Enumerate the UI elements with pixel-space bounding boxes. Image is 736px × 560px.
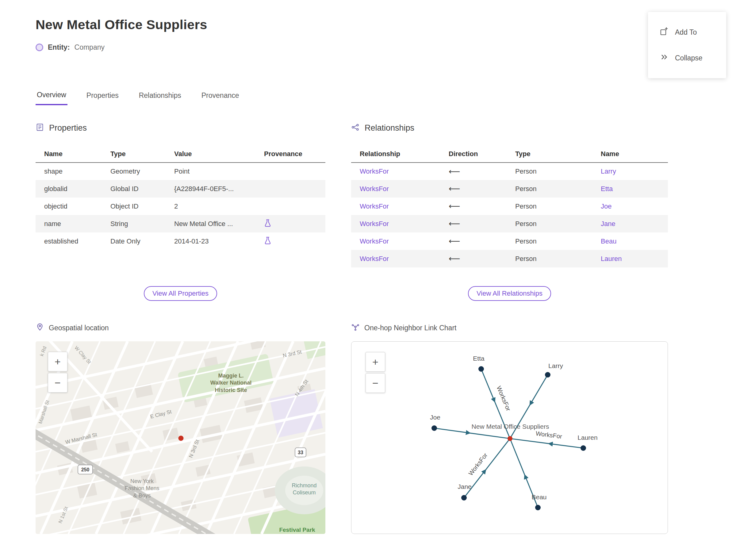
link-chart-node[interactable]: [545, 372, 550, 378]
link-chart-node[interactable]: [535, 505, 541, 510]
entity-type-cell: Person: [513, 232, 598, 250]
link-chart-panel[interactable]: WorksForWorksForWorksForEttaLarryJoeLaur…: [351, 341, 668, 534]
link-chart-section-label: One-hop Neighbor Link Chart: [351, 323, 668, 333]
relationship-row: WorksFor⟵PersonEtta: [351, 180, 668, 198]
relationships-column: Relationships RelationshipDirectionTypeN…: [351, 122, 668, 534]
tab-bar: OverviewPropertiesRelationshipsProvenanc…: [36, 91, 736, 105]
map-route-shield: 250: [78, 465, 93, 474]
column-header: Value: [172, 146, 262, 163]
link-chart-node-label: Jane: [458, 483, 472, 490]
tab-overview[interactable]: Overview: [36, 91, 67, 105]
direction-arrow: ⟵: [449, 254, 460, 263]
link-chart-edge-label: WorksFor: [495, 385, 512, 412]
provenance-cell: [262, 163, 325, 180]
tab-properties[interactable]: Properties: [85, 91, 120, 105]
add-to-label: Add To: [675, 28, 697, 36]
tab-relationships[interactable]: Relationships: [138, 91, 182, 105]
relationship-row: WorksFor⟵PersonLauren: [351, 250, 668, 267]
link-chart-center-label: New Metal Office Suppliers: [472, 423, 549, 430]
entity-subtitle: Entity: Company: [36, 43, 736, 52]
map-zoom-controls: + −: [48, 352, 67, 393]
link-chart-node-label: Joe: [430, 414, 440, 421]
properties-table-header: NameTypeValueProvenance: [36, 146, 325, 163]
column-header: Direction: [446, 146, 513, 163]
person-name-link[interactable]: Etta: [601, 185, 613, 193]
column-header: Name: [36, 146, 108, 163]
collapse-button[interactable]: Collapse: [660, 52, 726, 63]
person-name-link[interactable]: Jane: [601, 220, 615, 228]
tab-provenance[interactable]: Provenance: [200, 91, 240, 105]
column-header: Type: [513, 146, 598, 163]
relationship-type-link[interactable]: WorksFor: [360, 185, 389, 193]
relationship-type-link[interactable]: WorksFor: [360, 255, 389, 263]
property-value-cell: Point: [172, 163, 262, 180]
link-chart-node[interactable]: [581, 445, 586, 451]
svg-text:250: 250: [81, 467, 90, 472]
provenance-filter-icon[interactable]: [264, 236, 271, 244]
link-chart-node[interactable]: [431, 425, 437, 431]
entity-type-value: Company: [75, 43, 105, 52]
link-chart-center-node[interactable]: [508, 436, 512, 441]
map-route-shield: 33: [295, 448, 306, 457]
entity-details-page: New Metal Office Suppliers Entity: Compa…: [0, 0, 736, 534]
person-name-link[interactable]: Joe: [601, 202, 611, 210]
property-type-cell: Global ID: [108, 180, 172, 198]
relationships-section-title: Relationships: [365, 123, 414, 133]
geospatial-title: Geospatial location: [49, 324, 109, 332]
collapse-label: Collapse: [675, 54, 703, 62]
map-zoom-in-button[interactable]: +: [48, 352, 67, 371]
map-marker-layer: [178, 436, 184, 441]
entity-type-cell: Person: [513, 198, 598, 215]
link-chart-svg[interactable]: WorksForWorksForWorksForEttaLarryJoeLaur…: [351, 342, 668, 534]
map-location-marker[interactable]: [178, 436, 184, 441]
link-chart-node-label: Beau: [531, 493, 546, 501]
map-zoom-out-button[interactable]: −: [48, 373, 67, 393]
add-to-button[interactable]: Add To: [660, 27, 726, 38]
provenance-cell: [262, 180, 325, 198]
property-name-cell: globalid: [36, 180, 108, 198]
link-chart-zoom-in-button[interactable]: +: [366, 352, 385, 372]
relationship-type-link[interactable]: WorksFor: [360, 220, 389, 228]
column-header: Provenance: [262, 146, 325, 163]
property-name-cell: objectid: [36, 198, 108, 215]
chevrons-right-icon: [660, 52, 669, 63]
property-value-cell: 2014-01-23: [172, 232, 262, 250]
property-row: shapeGeometryPoint: [36, 163, 325, 180]
link-chart-edge-label: WorksFor: [467, 452, 489, 477]
view-all-properties-button[interactable]: View All Properties: [144, 286, 217, 301]
geospatial-section-label: Geospatial location: [36, 323, 325, 333]
entity-type-cell: Person: [513, 250, 598, 267]
properties-column: Properties NameTypeValueProvenance shape…: [36, 122, 325, 534]
overview-columns: Properties NameTypeValueProvenance shape…: [36, 122, 736, 534]
provenance-cell[interactable]: [262, 215, 325, 232]
person-name-link[interactable]: Beau: [601, 237, 616, 245]
property-type-cell: String: [108, 215, 172, 232]
map-panel[interactable]: 25033 k RdW Clay StN 3rd StMaggie L.Walk…: [36, 341, 325, 534]
link-chart-title: One-hop Neighbor Link Chart: [364, 324, 456, 332]
link-chart-zoom-controls: + −: [366, 352, 385, 393]
map-canvas[interactable]: 25033 k RdW Clay StN 3rd StMaggie L.Walk…: [36, 341, 325, 534]
view-all-relationships-button[interactable]: View All Relationships: [468, 286, 551, 301]
property-row: nameStringNew Metal Office ...: [36, 215, 325, 232]
direction-arrow: ⟵: [449, 167, 460, 176]
property-value-cell: 2: [172, 198, 262, 215]
entity-type-cell: Person: [513, 163, 598, 180]
entity-type-cell: Person: [513, 215, 598, 232]
actions-panel: Add To Collapse: [648, 12, 726, 78]
person-name-link[interactable]: Larry: [601, 167, 616, 175]
entity-label: Entity:: [48, 43, 70, 52]
relationship-type-link[interactable]: WorksFor: [360, 167, 389, 175]
link-chart-zoom-out-button[interactable]: −: [366, 373, 385, 393]
link-chart-node[interactable]: [478, 366, 484, 372]
person-name-link[interactable]: Lauren: [601, 255, 622, 263]
relationships-table-body: WorksFor⟵PersonLarryWorksFor⟵PersonEttaW…: [351, 163, 668, 267]
property-name-cell: shape: [36, 163, 108, 180]
relationship-type-link[interactable]: WorksFor: [360, 237, 389, 245]
provenance-cell[interactable]: [262, 232, 325, 250]
link-chart-node-label: Etta: [473, 355, 485, 362]
relationship-type-link[interactable]: WorksFor: [360, 202, 389, 210]
provenance-filter-icon[interactable]: [264, 219, 271, 227]
link-chart-node[interactable]: [461, 495, 467, 501]
link-chart-icon: [351, 323, 360, 333]
entity-type-icon: [36, 44, 43, 51]
